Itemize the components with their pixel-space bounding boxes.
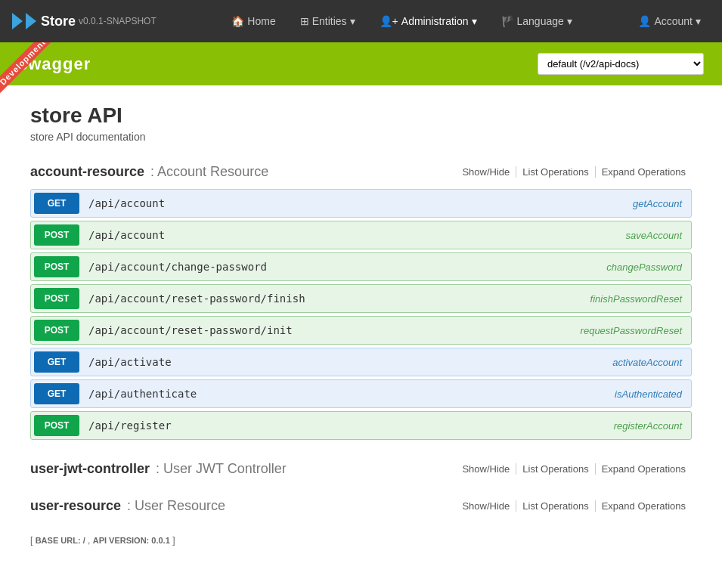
home-label: Home — [247, 15, 275, 27]
resource-header-account-resource: account-resource: Account ResourceShow/H… — [30, 164, 692, 180]
resource-section-user-resource: user-resource: User ResourceShow/HideLis… — [30, 498, 692, 514]
endpoint-path: /api/account — [85, 191, 624, 215]
endpoint-row[interactable]: POST/api/accountsaveAccount — [30, 221, 692, 249]
list-operations-user-resource[interactable]: List Operations — [516, 500, 595, 512]
api-version-label: API VERSION: — [93, 536, 152, 545]
language-label: Language — [517, 15, 564, 27]
base-url-value: / — [83, 536, 85, 545]
entities-chevron-icon: ▾ — [350, 15, 355, 27]
nav-right: 👤 Account ▾ — [629, 9, 710, 33]
account-chevron-icon: ▾ — [696, 15, 701, 27]
endpoint-path: /api/authenticate — [85, 382, 606, 406]
method-badge: POST — [34, 256, 79, 277]
resource-actions-account-resource: Show/HideList OperationsExpand Operation… — [456, 166, 692, 178]
endpoint-operation: changePassword — [597, 255, 691, 279]
svg-marker-1 — [26, 13, 36, 29]
endpoint-path: /api/account — [85, 223, 617, 247]
endpoint-path: /api/register — [85, 413, 605, 438]
entities-link[interactable]: ⊞ Entities ▾ — [291, 9, 364, 33]
administration-icon: 👤+ — [380, 15, 398, 27]
entities-label: Entities — [312, 15, 347, 27]
endpoint-path: /api/account/reset-password/init — [85, 318, 572, 342]
endpoint-row[interactable]: POST/api/account/change-passwordchangePa… — [30, 252, 692, 281]
api-version-value: 0.0.1 — [151, 536, 169, 545]
account-label: Account — [654, 15, 693, 27]
api-docs-select[interactable]: default (/v2/api-docs) — [538, 53, 704, 75]
resource-header-user-resource: user-resource: User ResourceShow/HideLis… — [30, 498, 692, 514]
endpoint-row[interactable]: GET/api/accountgetAccount — [30, 189, 692, 218]
endpoint-operation: activateAccount — [603, 351, 691, 374]
navbar: Store v0.0.1-SNAPSHOT 🏠 Home ⊞ Entities … — [0, 0, 722, 42]
endpoint-path: /api/activate — [85, 350, 603, 374]
method-badge: POST — [34, 224, 79, 246]
show-hide-user-resource[interactable]: Show/Hide — [456, 500, 516, 512]
entities-icon: ⊞ — [300, 15, 309, 27]
resource-header-user-jwt-controller: user-jwt-controller: User JWT Controller… — [30, 461, 692, 477]
svg-marker-0 — [12, 13, 23, 29]
endpoint-row[interactable]: POST/api/account/reset-password/initrequ… — [30, 316, 692, 345]
expand-operations-user-resource[interactable]: Expand Operations — [596, 500, 692, 512]
nav-item-language[interactable]: 🏴 Language ▾ — [492, 9, 581, 33]
method-badge: POST — [34, 288, 79, 309]
swagger-bar: swagger default (/v2/api-docs) — [0, 42, 722, 85]
resource-label-user-resource: : User Resource — [127, 498, 225, 514]
brand-version: v0.0.1-SNAPSHOT — [79, 16, 156, 26]
home-icon: 🏠 — [231, 15, 244, 27]
endpoint-operation: saveAccount — [617, 224, 691, 247]
account-icon: 👤 — [638, 15, 651, 27]
resource-name-user-jwt-controller[interactable]: user-jwt-controller — [30, 461, 150, 477]
nav-item-entities[interactable]: ⊞ Entities ▾ — [291, 9, 364, 33]
brand[interactable]: Store v0.0.1-SNAPSHOT — [12, 13, 156, 29]
api-title: store API — [30, 104, 692, 128]
method-badge: GET — [34, 193, 79, 214]
method-badge: GET — [34, 351, 79, 373]
administration-label: Administration — [401, 15, 469, 27]
brand-name: Store — [41, 14, 76, 29]
show-hide-account-resource[interactable]: Show/Hide — [456, 166, 516, 178]
language-icon: 🏴 — [501, 15, 514, 27]
method-badge: GET — [34, 383, 79, 404]
resource-name-user-resource[interactable]: user-resource — [30, 498, 121, 514]
brand-logo-icon — [12, 13, 36, 29]
api-description: store API documentation — [30, 131, 692, 143]
expand-operations-account-resource[interactable]: Expand Operations — [596, 166, 692, 178]
endpoint-operation: requestPasswordReset — [572, 319, 691, 342]
endpoint-row[interactable]: POST/api/registerregisterAccount — [30, 411, 692, 440]
language-link[interactable]: 🏴 Language ▾ — [492, 9, 581, 33]
resource-actions-user-jwt-controller: Show/HideList OperationsExpand Operation… — [456, 463, 692, 475]
resource-label-user-jwt-controller: : User JWT Controller — [156, 461, 287, 477]
resource-actions-user-resource: Show/HideList OperationsExpand Operation… — [456, 500, 692, 512]
endpoint-path: /api/account/change-password — [85, 255, 597, 279]
resource-name-account-resource[interactable]: account-resource — [30, 164, 144, 180]
base-url-label: BASE URL: — [36, 536, 83, 545]
list-operations-account-resource[interactable]: List Operations — [516, 166, 595, 178]
endpoint-operation: getAccount — [624, 192, 691, 215]
endpoint-row[interactable]: GET/api/activateactivateAccount — [30, 348, 692, 376]
administration-link[interactable]: 👤+ Administration ▾ — [370, 9, 486, 33]
home-link[interactable]: 🏠 Home — [222, 9, 284, 33]
method-badge: POST — [34, 320, 79, 341]
main-content: store API store API documentation accoun… — [0, 85, 722, 576]
base-url: [ BASE URL: / , API VERSION: 0.0.1 ] — [30, 535, 692, 546]
nav-item-administration[interactable]: 👤+ Administration ▾ — [370, 9, 486, 33]
show-hide-user-jwt-controller[interactable]: Show/Hide — [456, 463, 516, 475]
administration-chevron-icon: ▾ — [472, 15, 477, 27]
nav-item-home[interactable]: 🏠 Home — [222, 9, 284, 33]
endpoint-operation: registerAccount — [605, 414, 691, 438]
expand-operations-user-jwt-controller[interactable]: Expand Operations — [596, 463, 692, 475]
resources-container: account-resource: Account ResourceShow/H… — [30, 164, 692, 514]
list-operations-user-jwt-controller[interactable]: List Operations — [516, 463, 595, 475]
language-chevron-icon: ▾ — [567, 15, 572, 27]
swagger-title: swagger — [18, 54, 91, 74]
nav-menu: 🏠 Home ⊞ Entities ▾ 👤+ Administration ▾ … — [175, 9, 630, 33]
endpoint-operation: isAuthenticated — [606, 382, 691, 406]
account-link[interactable]: 👤 Account ▾ — [629, 9, 710, 33]
resource-section-user-jwt-controller: user-jwt-controller: User JWT Controller… — [30, 461, 692, 477]
resource-label-account-resource: : Account Resource — [150, 164, 268, 180]
endpoint-path: /api/account/reset-password/finish — [85, 286, 581, 311]
endpoint-row[interactable]: POST/api/account/reset-password/finishfi… — [30, 284, 692, 313]
method-badge: POST — [34, 415, 79, 436]
endpoint-operation: finishPasswordReset — [581, 287, 691, 311]
endpoint-row[interactable]: GET/api/authenticateisAuthenticated — [30, 379, 692, 408]
resource-section-account-resource: account-resource: Account ResourceShow/H… — [30, 164, 692, 440]
